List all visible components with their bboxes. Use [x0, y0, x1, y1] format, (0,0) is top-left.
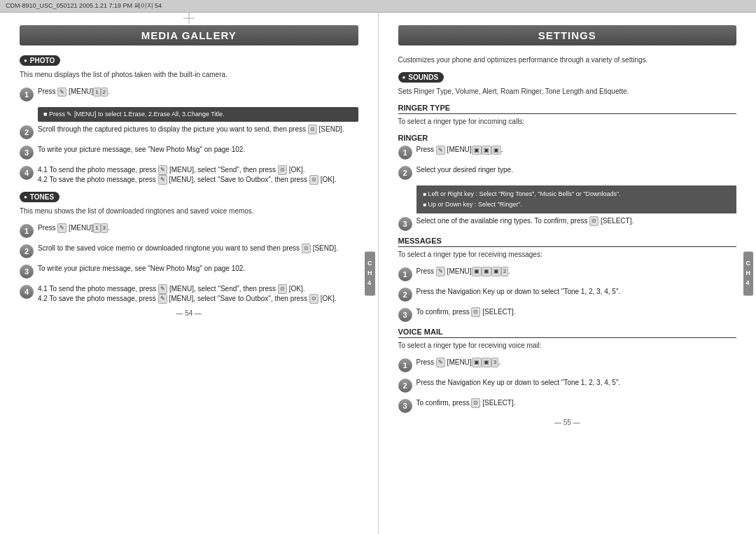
photo-desc: This menu displays the list of photos ta… — [20, 70, 358, 80]
ringer-note-1: Left or Right key : Select "Ring Tones",… — [424, 189, 730, 199]
photo-note: ■ Press ✎ [MENU] to select 1.Erase, 2.Er… — [38, 107, 358, 122]
photo-badge: PHOTO — [20, 55, 60, 66]
crosshair-top — [183, 13, 195, 24]
ringer-title: RINGER — [398, 134, 737, 142]
right-ch-label: CH4 — [743, 251, 754, 295]
page-header: CDM-8910_USC_050121 2005.1.21 7:19 PM 페이… — [0, 0, 756, 13]
msg-step-1-text: Press ✎ [MENU]▣▣▣2. — [416, 267, 737, 276]
vm-step-2-text: Press the Navigation Key up or down to s… — [416, 378, 737, 388]
t-menu-icon: ✎ — [57, 223, 66, 232]
menu-icon-2: ✎ — [158, 165, 167, 174]
ringer-note-box: Left or Right key : Select "Ring Tones",… — [416, 185, 737, 213]
ok-icon-2: ⊙ — [309, 175, 318, 184]
left-column: MEDIA GALLERY PHOTO This menu displays t… — [0, 13, 379, 534]
ringer-step-circle-2: 2 — [398, 166, 412, 180]
ringer-type-title: RINGER TYPE — [398, 104, 737, 114]
t-send-icon: ⊙ — [302, 244, 311, 253]
t-ok-icon: ⊙ — [278, 284, 287, 293]
tones-step-3: 3 To write your picture message, see "Ne… — [20, 264, 358, 279]
step-2-text: Scroll through the captured pictures to … — [38, 125, 358, 134]
v-key-1: ▣ — [472, 358, 482, 367]
vm-step-circle-2: 2 — [398, 379, 412, 393]
v-key-3: 3 — [491, 358, 498, 367]
photo-step-4: 4 4.1 To send the photo message, press ✎… — [20, 165, 358, 185]
vm-step-3-text: To confirm, press ⊙ [SELECT]. — [416, 398, 737, 408]
right-column: SETTINGS Customizes your phone and optim… — [379, 13, 757, 534]
tones-step-3-text: To write your picture message, see "New … — [38, 264, 358, 274]
tones-step-circle-3: 3 — [20, 265, 34, 279]
ringer-step-1: 1 Press ✎ [MENU]▣▣▣. — [398, 145, 737, 160]
v-menu-icon: ✎ — [436, 358, 445, 367]
t-ok-icon-2: ⊙ — [309, 294, 318, 303]
r-key-1: ▣ — [472, 146, 482, 155]
m-menu-icon: ✎ — [436, 267, 445, 276]
ringer-step-3-text: Select one of the available ring types. … — [416, 216, 737, 226]
menu-icon: ✎ — [57, 87, 66, 97]
vm-step-circle-3: 3 — [398, 399, 412, 413]
tones-step-4-text: 4.1 To send the photo message, press ✎ [… — [38, 284, 358, 304]
left-page-num: — 54 — — [20, 309, 358, 317]
ringer-step-circle-1: 1 — [398, 146, 412, 160]
step-4-text: 4.1 To send the photo message, press ✎ [… — [38, 165, 358, 185]
left-title: MEDIA GALLERY — [20, 25, 358, 45]
key-icon-1: 1 — [93, 87, 100, 97]
vm-step-2: 2 Press the Navigation Key up or down to… — [398, 378, 737, 393]
ringer-type-desc: To select a ringer type for incoming cal… — [398, 117, 737, 127]
ringer-step-3: 3 Select one of the available ring types… — [398, 216, 737, 231]
msg-step-3: 3 To confirm, press ⊙ [SELECT]. — [398, 307, 737, 322]
v-select-icon: ⊙ — [471, 398, 480, 407]
msg-step-circle-2: 2 — [398, 288, 412, 302]
right-title: SETTINGS — [398, 25, 737, 45]
msg-step-2-text: Press the Navigation Key up or down to s… — [416, 287, 737, 297]
ringer-note-2: Up or Down key : Select "Ringer". — [424, 199, 730, 210]
sounds-badge: SOUNDS — [398, 72, 444, 83]
t-key-2: 3 — [101, 223, 108, 232]
m-key-4: 2 — [501, 267, 508, 276]
tones-step-1: 1 Press ✎ [MENU]13. — [20, 223, 358, 238]
r-select-icon: ⊙ — [589, 216, 598, 225]
right-page-num: — 55 — — [398, 419, 737, 426]
m-key-3: ▣ — [491, 267, 501, 276]
ringer-step-2-text: Select your desired ringer type. — [416, 165, 737, 175]
tones-section: TONES This menu shows the list of downlo… — [20, 192, 358, 304]
vm-step-1-text: Press ✎ [MENU]▣▣3. — [416, 358, 737, 367]
t-key-1: 1 — [93, 223, 100, 232]
ringer-step-1-text: Press ✎ [MENU]▣▣▣. — [416, 145, 737, 155]
send-icon: ⊙ — [308, 125, 317, 134]
photo-step-1: 1 Press ✎ [MENU]12. — [20, 87, 358, 101]
step-1-text: Press ✎ [MENU]12. — [38, 87, 358, 97]
msg-step-circle-1: 1 — [398, 267, 412, 281]
r-key-3: ▣ — [491, 146, 501, 155]
menu-icon-3: ✎ — [158, 175, 167, 184]
ringer-step-circle-3: 3 — [398, 217, 412, 231]
r-key-2: ▣ — [482, 146, 491, 155]
m-key-1: ▣ — [472, 267, 482, 276]
msg-step-2: 2 Press the Navigation Key up or down to… — [398, 287, 737, 302]
key-icon-2: 2 — [101, 87, 108, 97]
ringer-step-2: 2 Select your desired ringer type. — [398, 165, 737, 180]
step-circle-4: 4 — [20, 166, 34, 180]
tones-step-circle-2: 2 — [20, 244, 34, 258]
v-key-2: ▣ — [482, 358, 491, 367]
msg-step-1: 1 Press ✎ [MENU]▣▣▣2. — [398, 267, 737, 281]
voicemail-desc: To select a ringer type for receiving vo… — [398, 341, 737, 351]
tones-step-circle-4: 4 — [20, 285, 34, 299]
tones-step-2: 2 Scroll to the saved voice memo or down… — [20, 244, 358, 258]
messages-title: MESSAGES — [398, 237, 737, 247]
left-ch-label: CH4 — [365, 251, 375, 295]
vm-step-circle-1: 1 — [398, 358, 412, 372]
photo-step-2: 2 Scroll through the captured pictures t… — [20, 125, 358, 139]
msg-step-3-text: To confirm, press ⊙ [SELECT]. — [416, 307, 737, 317]
tones-step-circle-1: 1 — [20, 224, 34, 238]
tones-desc: This menu shows the list of downloaded r… — [20, 206, 358, 216]
tones-step-1-text: Press ✎ [MENU]13. — [38, 223, 358, 233]
m-key-2: ▣ — [482, 267, 491, 276]
msg-step-circle-3: 3 — [398, 308, 412, 322]
tones-badge: TONES — [20, 192, 59, 202]
r-menu-icon: ✎ — [436, 146, 445, 155]
header-text: CDM-8910_USC_050121 2005.1.21 7:19 PM 페이… — [6, 2, 162, 9]
sounds-desc: Sets Ringer Type, Volume, Alert, Roam Ri… — [398, 87, 737, 97]
tones-step-4: 4 4.1 To send the photo message, press ✎… — [20, 284, 358, 304]
t-menu-icon-2: ✎ — [158, 284, 167, 293]
vm-step-3: 3 To confirm, press ⊙ [SELECT]. — [398, 398, 737, 413]
